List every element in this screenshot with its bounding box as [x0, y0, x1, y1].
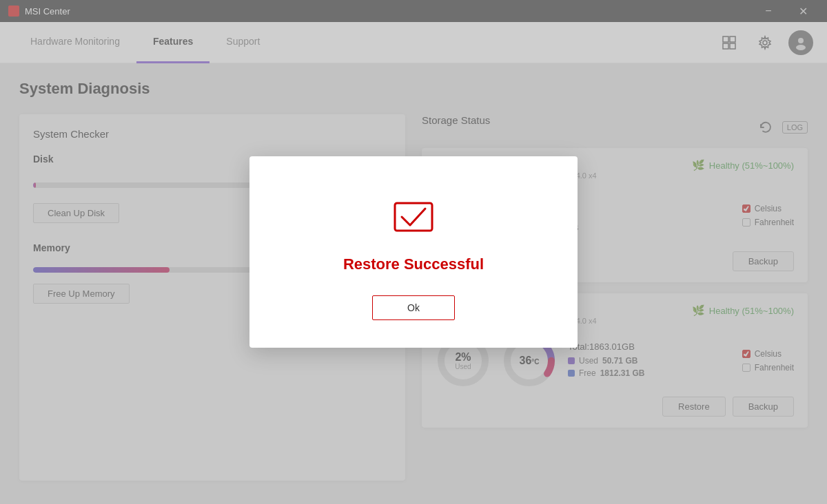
modal-ok-button[interactable]: Ok [372, 295, 455, 320]
success-checkmark-icon [389, 191, 438, 239]
main-content: Hardware Monitoring Features Support [0, 22, 827, 504]
modal-title: Restore Successful [343, 255, 484, 273]
modal-overlay: Restore Successful Ok [0, 0, 827, 504]
svg-rect-15 [395, 203, 432, 231]
restore-successful-modal: Restore Successful Ok [249, 156, 578, 348]
